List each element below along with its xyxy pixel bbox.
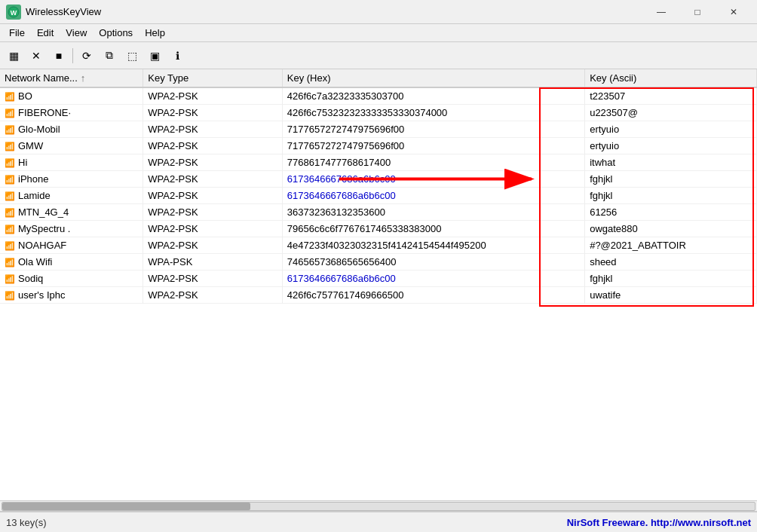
column-header-keyascii[interactable]: Key (Ascii) — [585, 69, 757, 87]
status-nirsoft: NirSoft Freeware. http://www.nirsoft.net — [561, 517, 757, 528]
table-row[interactable]: 📶LamideWPA2-PSK6173646667686a6b6c00fghjk… — [0, 188, 757, 204]
table-row[interactable]: 📶NOAHGAFWPA2-PSK4e47233f40323032315f4142… — [0, 237, 757, 254]
cell-keytype-5: WPA2-PSK — [143, 171, 282, 188]
table-container[interactable]: Network Name...↑Key TypeKey (Hex)Key (As… — [0, 69, 757, 500]
cell-keyascii-12: uwatife — [585, 287, 757, 304]
cell-keyascii-6: fghjkl — [585, 188, 757, 204]
table-row[interactable]: 📶iPhoneWPA2-PSK6173646667686a6b6c00fghjk… — [0, 171, 757, 188]
title-bar: W WirelessKeyView — □ ✕ — [0, 0, 757, 24]
table-row[interactable]: 📶FIBERONE·WPA2-PSK426f6c7532323233333533… — [0, 105, 757, 121]
table-row[interactable]: 📶MTN_4G_4WPA2-PSK36373236313235360061256 — [0, 204, 757, 221]
wifi-icon: 📶 — [5, 142, 15, 151]
toolbar-info-button[interactable]: ℹ — [167, 45, 188, 66]
toolbar-qr-button[interactable]: ▣ — [144, 45, 165, 66]
wifi-icon: 📶 — [5, 191, 15, 200]
network-name-8: MySpectru . — [18, 223, 70, 234]
menu-bar: FileEditViewOptionsHelp — [0, 24, 757, 42]
app-title: WirelessKeyView — [26, 6, 644, 17]
cell-keytype-10: WPA-PSK — [143, 254, 282, 271]
main-content: Network Name...↑Key TypeKey (Hex)Key (As… — [0, 69, 757, 500]
cell-network-7: 📶MTN_4G_4 — [0, 204, 143, 221]
table-row[interactable]: 📶Ola WifiWPA-PSK74656573686565656400shee… — [0, 254, 757, 271]
table-row[interactable]: 📶user's IphcWPA2-PSK426f6c75776174696665… — [0, 287, 757, 304]
wifi-icon: 📶 — [5, 274, 15, 283]
column-header-keyhex[interactable]: Key (Hex) — [282, 69, 584, 87]
cell-keytype-1: WPA2-PSK — [143, 105, 282, 121]
toolbar-copy-button[interactable]: ⧉ — [99, 45, 120, 66]
cell-keyhex-2: 7177657272747975696f00 — [282, 121, 584, 138]
maximize-button[interactable]: □ — [680, 0, 715, 24]
close-button[interactable]: ✕ — [716, 0, 751, 24]
cell-keyascii-3: ertyuio — [585, 138, 757, 154]
network-name-12: user's Iphc — [18, 289, 65, 301]
toolbar-delete-button[interactable]: ✕ — [26, 45, 47, 66]
horizontal-scrollbar-track[interactable] — [2, 502, 755, 511]
cell-keyhex-9: 4e47233f40323032315f41424154544f495200 — [282, 237, 584, 254]
wifi-icon: 📶 — [5, 291, 15, 300]
table-row[interactable]: 📶HiWPA2-PSK7768617477768617400itwhat — [0, 154, 757, 171]
cell-network-0: 📶BO — [0, 87, 143, 105]
wifi-icon: 📶 — [5, 225, 15, 234]
toolbar-stop-button[interactable]: ■ — [48, 45, 69, 66]
network-name-11: Sodiq — [18, 273, 43, 284]
cell-network-6: 📶Lamide — [0, 188, 143, 204]
dot-indicator: . — [65, 223, 70, 234]
network-name-10: Ola Wifi — [18, 256, 53, 268]
network-name-3: GMW — [18, 140, 43, 151]
table-row[interactable]: 📶Glo-MobilWPA2-PSK7177657272747975696f00… — [0, 121, 757, 138]
status-key-count: 13 key(s) — [0, 517, 561, 528]
cell-network-4: 📶Hi — [0, 154, 143, 171]
title-bar-controls: — □ ✕ — [644, 0, 751, 24]
network-name-2: Glo-Mobil — [18, 124, 60, 135]
cell-keyascii-11: fghjkl — [585, 271, 757, 287]
cell-keyascii-5: fghjkl — [585, 171, 757, 188]
cell-keytype-3: WPA2-PSK — [143, 138, 282, 154]
menu-item-help[interactable]: Help — [139, 26, 171, 40]
minimize-button[interactable]: — — [644, 0, 679, 24]
wifi-icon: 📶 — [5, 109, 15, 118]
cell-keytype-8: WPA2-PSK — [143, 221, 282, 237]
network-name-9: NOAHGAF — [18, 240, 66, 251]
cell-keyhex-12: 426f6c7577617469666500 — [282, 287, 584, 304]
network-name-6: Lamide — [18, 190, 51, 201]
cell-keyascii-1: u223507@ — [585, 105, 757, 121]
cell-keyhex-7: 363732363132353600 — [282, 204, 584, 221]
svg-text:W: W — [11, 9, 17, 17]
horizontal-scrollbar-thumb[interactable] — [2, 503, 250, 510]
cell-keytype-9: WPA2-PSK — [143, 237, 282, 254]
cell-keytype-7: WPA2-PSK — [143, 204, 282, 221]
column-header-network[interactable]: Network Name...↑ — [0, 69, 143, 87]
cell-keytype-4: WPA2-PSK — [143, 154, 282, 171]
cell-network-11: 📶Sodiq — [0, 271, 143, 287]
menu-item-view[interactable]: View — [60, 26, 93, 40]
cell-keyascii-0: t223507 — [585, 87, 757, 105]
toolbar-open-button[interactable]: ▦ — [3, 45, 24, 66]
table-row[interactable]: 📶GMWWPA2-PSK7177657272747975696f00ertyui… — [0, 138, 757, 154]
wifi-icon: 📶 — [5, 241, 15, 250]
table-row[interactable]: 📶SodiqWPA2-PSK6173646667686a6b6c00fghjkl — [0, 271, 757, 287]
menu-item-edit[interactable]: Edit — [31, 26, 60, 40]
cell-keyhex-6: 6173646667686a6b6c00 — [282, 188, 584, 204]
toolbar-export-button[interactable]: ⬚ — [121, 45, 143, 66]
wifi-icon: 📶 — [5, 208, 15, 217]
table-row[interactable]: 📶MySpectru .WPA2-PSK79656c6c6f7767617465… — [0, 221, 757, 237]
wifi-icon: 📶 — [5, 175, 15, 184]
cell-network-2: 📶Glo-Mobil — [0, 121, 143, 138]
cell-keyhex-10: 74656573686565656400 — [282, 254, 584, 271]
cell-network-10: 📶Ola Wifi — [0, 254, 143, 271]
cell-keyascii-7: 61256 — [585, 204, 757, 221]
column-header-keytype[interactable]: Key Type — [143, 69, 282, 87]
toolbar-refresh-button[interactable]: ⟳ — [76, 45, 97, 66]
cell-keytype-12: WPA2-PSK — [143, 287, 282, 304]
cell-keyhex-3: 7177657272747975696f00 — [282, 138, 584, 154]
cell-keyascii-8: owgate880 — [585, 221, 757, 237]
menu-item-options[interactable]: Options — [93, 26, 139, 40]
table-row[interactable]: 📶BOWPA2-PSK426f6c7a32323335303700t223507 — [0, 87, 757, 105]
network-name-1: FIBERONE· — [18, 107, 71, 118]
scrollbar-area[interactable] — [0, 500, 757, 511]
cell-keyascii-4: itwhat — [585, 154, 757, 171]
cell-keyhex-8: 79656c6c6f7767617465338383000 — [282, 221, 584, 237]
app-icon: W — [6, 5, 21, 20]
cell-keyhex-0: 426f6c7a32323335303700 — [282, 87, 584, 105]
menu-item-file[interactable]: File — [3, 26, 31, 40]
